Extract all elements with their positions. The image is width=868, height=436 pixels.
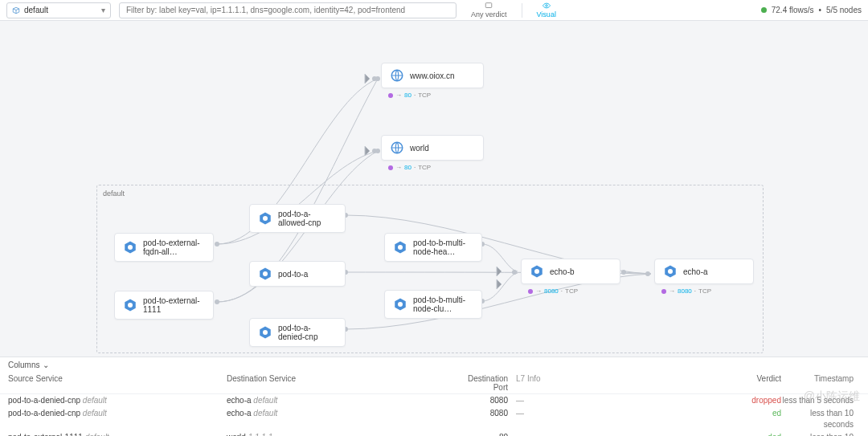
node-allowed[interactable]: pod-to-a-allowed-cnp — [249, 204, 346, 233]
node-label: www.oiox.cn — [410, 71, 455, 80]
kubernetes-icon — [393, 297, 407, 312]
th-l7[interactable]: L7 Info — [516, 374, 709, 392]
node-oiox[interactable]: www.oiox.cn →80·TCP — [381, 63, 484, 88]
svg-point-23 — [263, 216, 268, 221]
node-echob[interactable]: echo-b →8080·TCP — [521, 259, 620, 284]
kubernetes-icon — [530, 264, 544, 279]
table-row[interactable]: pod-to-a-denied-cnp defaultecho-a defaul… — [0, 407, 868, 431]
svg-point-3 — [372, 76, 377, 81]
svg-point-4 — [372, 149, 377, 153]
namespace-box-label: default — [103, 189, 125, 198]
globe-icon — [390, 68, 404, 83]
visual-button[interactable]: Visual — [530, 2, 563, 18]
th-port[interactable]: Destination Port — [468, 374, 516, 392]
node-port-badge: →80·TCP — [388, 164, 431, 171]
kubernetes-icon — [123, 298, 137, 312]
svg-point-31 — [398, 302, 403, 307]
svg-point-13 — [375, 76, 380, 81]
graph-canvas[interactable]: default www.oiox.cn →80·TCP world →80·TC… — [0, 21, 868, 357]
node-ext1111[interactable]: pod-to-external-1111 — [114, 291, 214, 320]
topbar: default Any verdict Visual 72.4 flows/s … — [0, 0, 868, 21]
kubernetes-icon — [123, 240, 137, 255]
flows-table: Columns ⌄ Source Service Destination Ser… — [0, 357, 868, 436]
node-denied[interactable]: pod-to-a-denied-cnp — [249, 318, 346, 347]
kubernetes-icon — [393, 240, 407, 255]
node-echoa[interactable]: echo-a →8080·TCP — [654, 259, 754, 284]
stats: 72.4 flows/s • 5/5 nodes — [761, 6, 862, 14]
table-header: Source Service Destination Service Desti… — [0, 373, 868, 394]
namespace-icon — [12, 6, 20, 14]
svg-point-29 — [398, 245, 403, 250]
nodes-count: 5/5 nodes — [826, 6, 862, 14]
node-label: pod-to-external-fqdn-all… — [143, 238, 205, 256]
th-source[interactable]: Source Service — [8, 374, 227, 392]
svg-point-14 — [375, 149, 380, 153]
any-verdict-button[interactable]: Any verdict — [465, 2, 514, 18]
svg-point-1 — [545, 5, 547, 7]
svg-point-33 — [534, 269, 539, 274]
table-row[interactable]: pod-to-external-1111 defaultworld 1.1.1.… — [0, 431, 868, 436]
verdict-icon — [483, 2, 494, 10]
svg-point-25 — [263, 271, 268, 276]
svg-point-35 — [668, 269, 673, 274]
globe-icon — [390, 141, 404, 155]
separator — [522, 3, 522, 18]
columns-button[interactable]: Columns ⌄ — [0, 357, 868, 373]
svg-point-19 — [128, 245, 133, 250]
node-label: pod-to-a — [278, 270, 308, 279]
th-verdict[interactable]: Verdict — [709, 374, 781, 392]
node-label: pod-to-a-denied-cnp — [278, 324, 337, 341]
filter-input[interactable] — [119, 2, 457, 18]
node-port-badge: →80·TCP — [388, 92, 431, 99]
flows-rate: 72.4 flows/s — [772, 6, 814, 14]
kubernetes-icon — [258, 267, 272, 281]
namespace-label: default — [24, 6, 48, 14]
node-fqdn[interactable]: pod-to-external-fqdn-all… — [114, 233, 214, 262]
node-label: pod-to-b-multi-node-clu… — [413, 295, 473, 313]
node-label: pod-to-external-1111 — [143, 296, 205, 314]
kubernetes-icon — [258, 325, 272, 340]
eye-icon — [541, 2, 552, 10]
node-label: world — [410, 144, 429, 153]
svg-rect-0 — [486, 3, 493, 8]
status-dot-icon — [761, 7, 767, 13]
node-multi2[interactable]: pod-to-b-multi-node-clu… — [384, 290, 482, 319]
table-row[interactable]: pod-to-a-denied-cnp defaultecho-a defaul… — [0, 394, 868, 407]
chevron-down-icon: ⌄ — [43, 361, 49, 369]
node-port-badge: →8080·TCP — [661, 287, 711, 295]
svg-point-21 — [128, 303, 133, 308]
node-world[interactable]: world →80·TCP — [381, 135, 484, 161]
node-multi1[interactable]: pod-to-b-multi-node-hea… — [384, 233, 482, 262]
node-label: pod-to-b-multi-node-hea… — [413, 238, 473, 256]
node-port-badge: →8080·TCP — [528, 287, 578, 295]
table-body[interactable]: pod-to-a-denied-cnp defaultecho-a defaul… — [0, 394, 868, 436]
kubernetes-icon — [663, 264, 678, 279]
node-label: pod-to-a-allowed-cnp — [278, 210, 337, 227]
th-timestamp[interactable]: Timestamp — [781, 374, 860, 392]
kubernetes-icon — [258, 211, 272, 226]
namespace-select[interactable]: default — [6, 2, 111, 18]
node-label: echo-b — [550, 267, 575, 276]
th-destination[interactable]: Destination Service — [227, 374, 468, 392]
node-pta[interactable]: pod-to-a — [249, 261, 346, 287]
node-label: echo-a — [683, 267, 708, 276]
svg-point-27 — [263, 330, 268, 335]
